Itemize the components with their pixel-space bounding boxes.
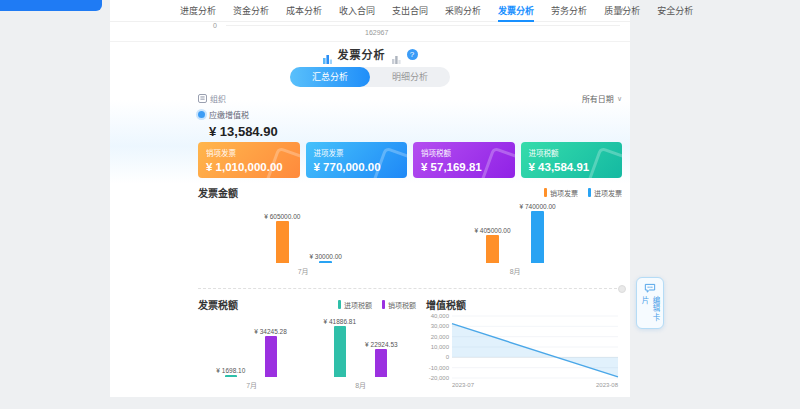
kpi-dot-icon: [198, 111, 205, 118]
bar-销项发票-7月: ¥ 605000.00: [264, 213, 300, 263]
bar: [531, 211, 544, 263]
cut-off-blue-banner: [0, 0, 102, 11]
floating-button-label: 编辑卡片: [639, 296, 661, 328]
vat-amount-line-chart: 40,00030,00020,00010,0000-10,000-20,0002…: [426, 312, 622, 394]
remnant-gridline: [226, 25, 620, 26]
card-value: ¥ 1,010,000.00: [206, 161, 292, 173]
legend-label: 销项发票: [550, 188, 578, 198]
legend-chip: [544, 188, 547, 197]
page-title-row: 发票分析 ?: [110, 46, 630, 62]
bar-value-label: ¥ 34245.28: [254, 328, 287, 335]
summary-card-1[interactable]: 进项发票¥ 770,000.00: [306, 142, 408, 178]
bar-value-label: ¥ 405000.00: [474, 227, 510, 234]
bar-进项发票-7月: ¥ 30000.00: [309, 253, 342, 263]
tab-bar: 进度分析资金分析成本分析收入合同支出合同采购分析发票分析劳务分析质量分析安全分析…: [110, 0, 630, 22]
legend-label: 进项税额: [344, 300, 372, 310]
summary-card-0[interactable]: 销项发票¥ 1,010,000.00: [198, 142, 300, 178]
card-label: 进项税额: [529, 147, 615, 158]
org-filter-label: 组织: [210, 93, 226, 104]
svg-text:-20,000: -20,000: [429, 375, 450, 381]
bar: [334, 326, 346, 377]
collapse-divider: [198, 288, 622, 289]
view-toggle-row: 汇总分析 明细分析: [110, 67, 630, 87]
bar: [265, 336, 277, 377]
main-panel: 进度分析资金分析成本分析收入合同支出合同采购分析发票分析劳务分析质量分析安全分析…: [110, 0, 630, 397]
bar-进项税额-8月: ¥ 41886.81: [324, 318, 357, 377]
tab-6[interactable]: 发票分析: [498, 0, 534, 22]
edit-cards-floating-button[interactable]: 编辑卡片: [636, 277, 664, 329]
invoice-tax-section: 发票税额 进项税额销项税额 ¥ 1698.10¥ 34245.287月¥ 418…: [198, 297, 416, 394]
x-axis-label: 8月: [510, 266, 521, 276]
svg-text:2023-07: 2023-07: [452, 382, 475, 388]
vat-payable-kpi: 应缴增值税 ¥ 13,584.90: [198, 109, 278, 139]
invoice-tax-chart: ¥ 1698.10¥ 34245.287月¥ 41886.81¥ 22924.5…: [198, 314, 416, 390]
chevron-down-icon[interactable]: ∨: [617, 5, 624, 15]
legend-销项税额[interactable]: 销项税额: [382, 300, 416, 310]
summary-cards-row: 销项发票¥ 1,010,000.00进项发票¥ 770,000.00销项税额¥ …: [198, 142, 622, 178]
collapse-handle[interactable]: [618, 285, 626, 293]
org-icon: [198, 94, 207, 103]
chart-deco-icon: [323, 50, 332, 59]
tab-7[interactable]: 劳务分析: [551, 0, 587, 22]
invoice-amount-title: 发票金额: [198, 185, 238, 200]
bar-销项发票-8月: ¥ 405000.00: [474, 227, 510, 263]
tab-2[interactable]: 成本分析: [286, 0, 322, 22]
legend-chip: [338, 300, 341, 309]
bar-value-label: ¥ 740000.00: [520, 203, 556, 210]
bar-group-7月: ¥ 605000.00¥ 30000.007月: [264, 213, 342, 276]
truncated-chart-remnant: 0 162967: [110, 22, 630, 42]
remnant-x-label: 162967: [365, 29, 388, 36]
bar: [375, 349, 387, 377]
card-label: 销项发票: [206, 147, 292, 158]
bar-销项税额-7月: ¥ 34245.28: [254, 328, 287, 377]
legend-进项发票[interactable]: 进项发票: [588, 188, 622, 198]
chart-deco-icon-right: [392, 50, 401, 59]
legend-label: 销项税额: [388, 300, 416, 310]
org-filter[interactable]: 组织: [198, 93, 226, 104]
tab-1[interactable]: 资金分析: [233, 0, 269, 22]
bar-进项发票-8月: ¥ 740000.00: [520, 203, 556, 263]
invoice-amount-chart: ¥ 605000.00¥ 30000.007月¥ 405000.00¥ 7400…: [198, 202, 622, 276]
bar-value-label: ¥ 605000.00: [264, 213, 300, 220]
bar-value-label: ¥ 22924.53: [365, 341, 398, 348]
bar: [276, 221, 289, 263]
summary-card-2[interactable]: 销项税额¥ 57,169.81: [413, 142, 515, 178]
tab-5[interactable]: 采购分析: [445, 0, 481, 22]
svg-text:40,000: 40,000: [431, 313, 450, 319]
invoice-amount-legend: 销项发票进项发票: [544, 188, 622, 198]
view-toggle: 汇总分析 明细分析: [290, 67, 450, 87]
toggle-detail-analysis[interactable]: 明细分析: [370, 67, 450, 87]
svg-text:0: 0: [446, 354, 450, 360]
legend-进项税额[interactable]: 进项税额: [338, 300, 372, 310]
bar-value-label: ¥ 1698.10: [216, 367, 245, 374]
bar-group-8月: ¥ 405000.00¥ 740000.008月: [474, 203, 555, 276]
bar-销项税额-8月: ¥ 22924.53: [365, 341, 398, 377]
legend-销项发票[interactable]: 销项发票: [544, 188, 578, 198]
tab-9[interactable]: 安全分析: [657, 0, 693, 22]
kpi-label: 应缴增值税: [209, 109, 249, 120]
vat-line-svg: 40,00030,00020,00010,0000-10,000-20,0002…: [426, 312, 622, 390]
card-label: 进项发票: [314, 147, 400, 158]
svg-text:10,000: 10,000: [431, 344, 450, 350]
x-axis-label: 8月: [355, 380, 366, 390]
help-icon[interactable]: ?: [407, 49, 418, 60]
legend-chip: [382, 300, 385, 309]
kpi-value: ¥ 13,584.90: [209, 124, 278, 139]
date-filter-label: 所有日期: [582, 93, 614, 104]
bar: [319, 261, 332, 263]
card-label: 销项税额: [421, 147, 507, 158]
toggle-summary-analysis[interactable]: 汇总分析: [290, 67, 370, 87]
x-axis-label: 7月: [298, 266, 309, 276]
svg-text:30,000: 30,000: [431, 323, 450, 329]
vat-amount-title: 增值税额: [426, 297, 466, 312]
tab-3[interactable]: 收入合同: [339, 0, 375, 22]
date-range-filter[interactable]: 所有日期 ∨: [582, 93, 622, 104]
summary-card-3[interactable]: 进项税额¥ 43,584.91: [521, 142, 623, 178]
chat-bubble-icon: [644, 283, 656, 293]
filter-row: 组织 所有日期 ∨: [198, 93, 622, 104]
invoice-tax-legend: 进项税额销项税额: [338, 300, 416, 310]
tab-4[interactable]: 支出合同: [392, 0, 428, 22]
tab-0[interactable]: 进度分析: [180, 0, 216, 22]
tab-bar-items: 进度分析资金分析成本分析收入合同支出合同采购分析发票分析劳务分析质量分析安全分析: [180, 0, 693, 22]
svg-text:2023-08: 2023-08: [596, 382, 619, 388]
